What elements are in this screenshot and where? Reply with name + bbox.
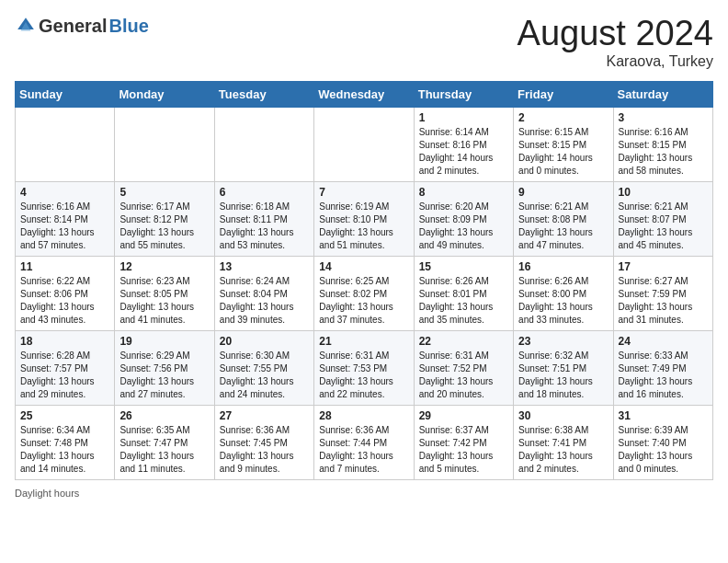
calendar-cell: 8Sunrise: 6:20 AM Sunset: 8:09 PM Daylig… <box>414 181 513 256</box>
calendar-cell <box>214 107 313 181</box>
day-number: 23 <box>518 335 608 348</box>
calendar-cell: 16Sunrise: 6:26 AM Sunset: 8:00 PM Dayli… <box>514 256 613 330</box>
calendar-week-row: 4Sunrise: 6:16 AM Sunset: 8:14 PM Daylig… <box>16 181 713 256</box>
calendar-cell: 13Sunrise: 6:24 AM Sunset: 8:04 PM Dayli… <box>214 256 313 330</box>
location-label: Karaova, Turkey <box>518 53 713 70</box>
calendar-cell: 29Sunrise: 6:37 AM Sunset: 7:42 PM Dayli… <box>414 405 513 479</box>
calendar-cell: 25Sunrise: 6:34 AM Sunset: 7:48 PM Dayli… <box>16 405 115 479</box>
day-number: 30 <box>518 409 608 422</box>
day-info: Sunrise: 6:17 AM Sunset: 8:12 PM Dayligh… <box>119 201 209 252</box>
calendar-week-row: 18Sunrise: 6:28 AM Sunset: 7:57 PM Dayli… <box>16 330 713 405</box>
day-number: 8 <box>419 186 508 199</box>
day-number: 18 <box>20 335 109 348</box>
day-number: 6 <box>220 186 309 199</box>
day-info: Sunrise: 6:34 AM Sunset: 7:48 PM Dayligh… <box>20 424 109 476</box>
logo: General Blue <box>15 15 149 37</box>
day-info: Sunrise: 6:36 AM Sunset: 7:44 PM Dayligh… <box>319 424 408 476</box>
day-info: Sunrise: 6:26 AM Sunset: 8:00 PM Dayligh… <box>518 275 608 327</box>
calendar-cell <box>314 107 414 181</box>
calendar-cell: 15Sunrise: 6:26 AM Sunset: 8:01 PM Dayli… <box>414 256 513 330</box>
day-number: 16 <box>518 260 608 273</box>
calendar-cell: 30Sunrise: 6:38 AM Sunset: 7:41 PM Dayli… <box>514 405 613 479</box>
day-info: Sunrise: 6:22 AM Sunset: 8:06 PM Dayligh… <box>20 275 109 327</box>
calendar-cell: 24Sunrise: 6:33 AM Sunset: 7:49 PM Dayli… <box>613 330 712 405</box>
calendar-cell: 2Sunrise: 6:15 AM Sunset: 8:15 PM Daylig… <box>514 107 613 181</box>
calendar-cell: 22Sunrise: 6:31 AM Sunset: 7:52 PM Dayli… <box>414 330 513 405</box>
day-info: Sunrise: 6:14 AM Sunset: 8:16 PM Dayligh… <box>419 126 508 178</box>
day-info: Sunrise: 6:21 AM Sunset: 8:07 PM Dayligh… <box>619 201 708 252</box>
logo-icon <box>15 15 37 37</box>
day-info: Sunrise: 6:31 AM Sunset: 7:53 PM Dayligh… <box>319 350 408 401</box>
column-header-sunday: Sunday <box>16 81 115 107</box>
day-info: Sunrise: 6:29 AM Sunset: 7:56 PM Dayligh… <box>119 350 209 401</box>
column-header-saturday: Saturday <box>613 81 712 107</box>
calendar-cell: 12Sunrise: 6:23 AM Sunset: 8:05 PM Dayli… <box>115 256 214 330</box>
day-info: Sunrise: 6:21 AM Sunset: 8:08 PM Dayligh… <box>518 201 608 252</box>
day-number: 19 <box>119 335 209 348</box>
day-number: 1 <box>419 111 508 124</box>
column-header-monday: Monday <box>115 81 214 107</box>
day-info: Sunrise: 6:20 AM Sunset: 8:09 PM Dayligh… <box>419 201 508 252</box>
calendar-cell: 6Sunrise: 6:18 AM Sunset: 8:11 PM Daylig… <box>214 181 313 256</box>
day-info: Sunrise: 6:18 AM Sunset: 8:11 PM Dayligh… <box>220 201 309 252</box>
day-info: Sunrise: 6:31 AM Sunset: 7:52 PM Dayligh… <box>419 350 508 401</box>
day-info: Sunrise: 6:33 AM Sunset: 7:49 PM Dayligh… <box>619 350 708 401</box>
day-info: Sunrise: 6:23 AM Sunset: 8:05 PM Dayligh… <box>119 275 209 327</box>
day-info: Sunrise: 6:19 AM Sunset: 8:10 PM Dayligh… <box>319 201 408 252</box>
calendar-week-row: 11Sunrise: 6:22 AM Sunset: 8:06 PM Dayli… <box>16 256 713 330</box>
day-number: 11 <box>20 260 109 273</box>
day-number: 15 <box>419 260 508 273</box>
column-header-wednesday: Wednesday <box>314 81 414 107</box>
calendar-table: SundayMondayTuesdayWednesdayThursdayFrid… <box>15 81 713 480</box>
day-number: 31 <box>619 409 708 422</box>
day-info: Sunrise: 6:38 AM Sunset: 7:41 PM Dayligh… <box>518 424 608 476</box>
column-header-tuesday: Tuesday <box>214 81 313 107</box>
calendar-week-row: 25Sunrise: 6:34 AM Sunset: 7:48 PM Dayli… <box>16 405 713 479</box>
calendar-cell: 26Sunrise: 6:35 AM Sunset: 7:47 PM Dayli… <box>115 405 214 479</box>
calendar-cell: 23Sunrise: 6:32 AM Sunset: 7:51 PM Dayli… <box>514 330 613 405</box>
calendar-cell: 31Sunrise: 6:39 AM Sunset: 7:40 PM Dayli… <box>613 405 712 479</box>
calendar-header-row: SundayMondayTuesdayWednesdayThursdayFrid… <box>16 81 713 107</box>
calendar-cell <box>16 107 115 181</box>
day-number: 22 <box>419 335 508 348</box>
calendar-cell: 11Sunrise: 6:22 AM Sunset: 8:06 PM Dayli… <box>16 256 115 330</box>
column-header-friday: Friday <box>514 81 613 107</box>
day-info: Sunrise: 6:37 AM Sunset: 7:42 PM Dayligh… <box>419 424 508 476</box>
column-header-thursday: Thursday <box>414 81 513 107</box>
page-header: General Blue August 2024 Karaova, Turkey <box>15 15 713 70</box>
day-number: 4 <box>20 186 109 199</box>
calendar-week-row: 1Sunrise: 6:14 AM Sunset: 8:16 PM Daylig… <box>16 107 713 181</box>
day-number: 14 <box>319 260 408 273</box>
day-info: Sunrise: 6:26 AM Sunset: 8:01 PM Dayligh… <box>419 275 508 327</box>
calendar-cell: 10Sunrise: 6:21 AM Sunset: 8:07 PM Dayli… <box>613 181 712 256</box>
day-info: Sunrise: 6:32 AM Sunset: 7:51 PM Dayligh… <box>518 350 608 401</box>
calendar-cell: 4Sunrise: 6:16 AM Sunset: 8:14 PM Daylig… <box>16 181 115 256</box>
title-block: August 2024 Karaova, Turkey <box>518 15 713 70</box>
day-info: Sunrise: 6:36 AM Sunset: 7:45 PM Dayligh… <box>220 424 309 476</box>
day-info: Sunrise: 6:39 AM Sunset: 7:40 PM Dayligh… <box>619 424 708 476</box>
day-number: 20 <box>220 335 309 348</box>
day-number: 9 <box>518 186 608 199</box>
calendar-cell: 1Sunrise: 6:14 AM Sunset: 8:16 PM Daylig… <box>414 107 513 181</box>
day-number: 26 <box>119 409 209 422</box>
day-number: 25 <box>20 409 109 422</box>
calendar-cell: 7Sunrise: 6:19 AM Sunset: 8:10 PM Daylig… <box>314 181 414 256</box>
day-info: Sunrise: 6:27 AM Sunset: 7:59 PM Dayligh… <box>619 275 708 327</box>
day-number: 27 <box>220 409 309 422</box>
calendar-cell: 17Sunrise: 6:27 AM Sunset: 7:59 PM Dayli… <box>613 256 712 330</box>
calendar-cell: 3Sunrise: 6:16 AM Sunset: 8:15 PM Daylig… <box>613 107 712 181</box>
logo-blue-text: Blue <box>108 16 148 37</box>
day-info: Sunrise: 6:24 AM Sunset: 8:04 PM Dayligh… <box>220 275 309 327</box>
day-number: 17 <box>619 260 708 273</box>
day-number: 3 <box>619 111 708 124</box>
day-number: 21 <box>319 335 408 348</box>
day-info: Sunrise: 6:25 AM Sunset: 8:02 PM Dayligh… <box>319 275 408 327</box>
day-number: 13 <box>220 260 309 273</box>
day-info: Sunrise: 6:15 AM Sunset: 8:15 PM Dayligh… <box>518 126 608 178</box>
day-number: 29 <box>419 409 508 422</box>
day-info: Sunrise: 6:35 AM Sunset: 7:47 PM Dayligh… <box>119 424 209 476</box>
day-number: 24 <box>619 335 708 348</box>
logo-general-text: General <box>39 16 107 37</box>
day-info: Sunrise: 6:16 AM Sunset: 8:14 PM Dayligh… <box>20 201 109 252</box>
day-info: Sunrise: 6:16 AM Sunset: 8:15 PM Dayligh… <box>619 126 708 178</box>
